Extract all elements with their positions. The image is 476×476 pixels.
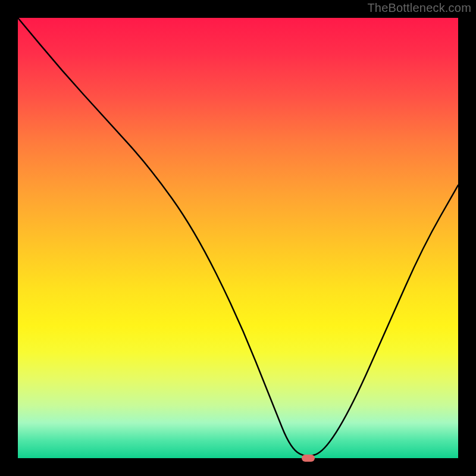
line-layer [18,18,458,458]
optimal-marker [302,455,315,462]
plot-area [18,18,458,458]
watermark-text: TheBottleneck.com [367,1,471,15]
bottleneck-curve [18,18,458,456]
chart-stage: TheBottleneck.com [0,0,476,476]
